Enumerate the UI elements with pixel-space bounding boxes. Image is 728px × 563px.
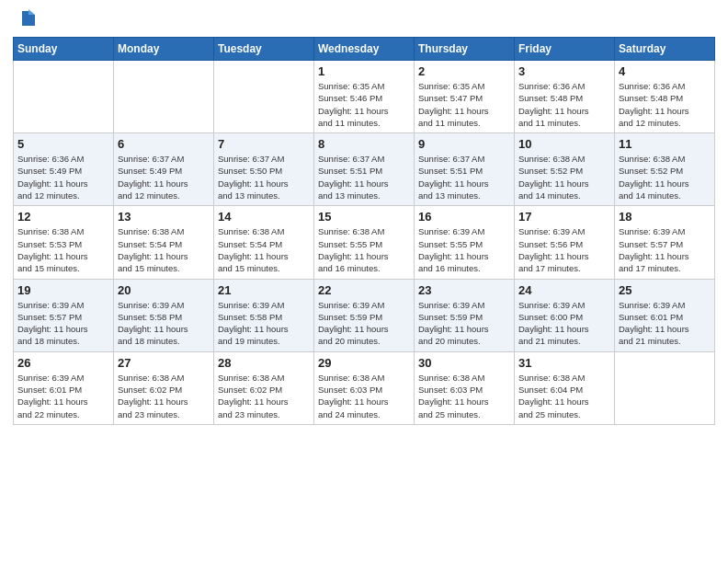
day-number: 24 [518, 283, 610, 297]
day-number: 22 [318, 283, 410, 297]
week-row-4: 26Sunrise: 6:39 AMSunset: 6:01 PMDayligh… [14, 351, 715, 424]
calendar-cell: 2Sunrise: 6:35 AMSunset: 5:47 PMDaylight… [415, 61, 515, 133]
day-info: Sunrise: 6:37 AMSunset: 5:49 PMDaylight:… [118, 153, 210, 201]
header-cell-saturday: Saturday [615, 38, 715, 61]
logo [13, 9, 39, 29]
calendar-cell: 24Sunrise: 6:39 AMSunset: 6:00 PMDayligh… [515, 279, 615, 351]
calendar-body: 1Sunrise: 6:35 AMSunset: 5:46 PMDaylight… [14, 61, 715, 425]
day-info: Sunrise: 6:38 AMSunset: 6:02 PMDaylight:… [218, 372, 310, 420]
header-cell-tuesday: Tuesday [214, 38, 314, 61]
calendar-cell: 5Sunrise: 6:36 AMSunset: 5:49 PMDaylight… [14, 133, 114, 206]
day-info: Sunrise: 6:38 AMSunset: 6:02 PMDaylight:… [118, 372, 210, 420]
day-info: Sunrise: 6:38 AMSunset: 5:54 PMDaylight:… [118, 225, 210, 274]
calendar-cell: 13Sunrise: 6:38 AMSunset: 5:54 PMDayligh… [114, 206, 214, 279]
day-info: Sunrise: 6:39 AMSunset: 5:57 PMDaylight:… [619, 225, 711, 274]
day-number: 19 [17, 283, 109, 297]
logo-icon [18, 9, 39, 29]
day-info: Sunrise: 6:39 AMSunset: 5:56 PMDaylight:… [518, 225, 610, 274]
calendar-cell: 9Sunrise: 6:37 AMSunset: 5:51 PMDaylight… [415, 133, 515, 206]
calendar-cell: 11Sunrise: 6:38 AMSunset: 5:52 PMDayligh… [615, 133, 715, 206]
calendar-cell: 17Sunrise: 6:39 AMSunset: 5:56 PMDayligh… [515, 206, 615, 279]
calendar-cell: 31Sunrise: 6:38 AMSunset: 6:04 PMDayligh… [515, 351, 615, 424]
day-number: 5 [17, 137, 109, 151]
calendar-cell: 27Sunrise: 6:38 AMSunset: 6:02 PMDayligh… [114, 351, 214, 424]
day-info: Sunrise: 6:37 AMSunset: 5:51 PMDaylight:… [318, 153, 410, 201]
calendar-cell: 20Sunrise: 6:39 AMSunset: 5:58 PMDayligh… [114, 279, 214, 351]
calendar-cell [114, 61, 214, 133]
calendar-cell: 1Sunrise: 6:35 AMSunset: 5:46 PMDaylight… [314, 61, 415, 133]
day-info: Sunrise: 6:38 AMSunset: 6:03 PMDaylight:… [318, 372, 410, 420]
day-info: Sunrise: 6:39 AMSunset: 5:59 PMDaylight:… [318, 299, 410, 348]
day-number: 23 [418, 283, 510, 297]
calendar-cell: 15Sunrise: 6:38 AMSunset: 5:55 PMDayligh… [314, 206, 415, 279]
day-number: 2 [418, 64, 510, 78]
day-info: Sunrise: 6:39 AMSunset: 6:00 PMDaylight:… [518, 299, 610, 348]
header-cell-monday: Monday [114, 38, 214, 61]
day-number: 3 [518, 64, 610, 78]
week-row-1: 5Sunrise: 6:36 AMSunset: 5:49 PMDaylight… [14, 133, 715, 206]
day-info: Sunrise: 6:39 AMSunset: 5:58 PMDaylight:… [118, 299, 210, 348]
calendar-cell: 4Sunrise: 6:36 AMSunset: 5:48 PMDaylight… [615, 61, 715, 133]
day-number: 29 [318, 356, 410, 370]
day-number: 7 [218, 137, 310, 151]
header-cell-thursday: Thursday [415, 38, 515, 61]
day-number: 6 [118, 137, 210, 151]
day-number: 11 [619, 137, 711, 151]
day-info: Sunrise: 6:38 AMSunset: 5:53 PMDaylight:… [17, 225, 109, 274]
day-info: Sunrise: 6:36 AMSunset: 5:48 PMDaylight:… [518, 80, 610, 129]
calendar-cell: 22Sunrise: 6:39 AMSunset: 5:59 PMDayligh… [314, 279, 415, 351]
calendar-cell [615, 351, 715, 424]
calendar-cell: 14Sunrise: 6:38 AMSunset: 5:54 PMDayligh… [214, 206, 314, 279]
day-info: Sunrise: 6:39 AMSunset: 6:01 PMDaylight:… [619, 299, 711, 348]
day-info: Sunrise: 6:39 AMSunset: 5:57 PMDaylight:… [17, 299, 109, 348]
day-info: Sunrise: 6:37 AMSunset: 5:51 PMDaylight:… [418, 153, 510, 201]
day-info: Sunrise: 6:38 AMSunset: 5:54 PMDaylight:… [218, 225, 310, 274]
calendar-cell: 16Sunrise: 6:39 AMSunset: 5:55 PMDayligh… [415, 206, 515, 279]
day-number: 15 [318, 210, 410, 224]
day-number: 17 [518, 210, 610, 224]
day-number: 28 [218, 356, 310, 370]
day-number: 12 [17, 210, 109, 224]
day-number: 14 [218, 210, 310, 224]
day-info: Sunrise: 6:39 AMSunset: 5:55 PMDaylight:… [418, 225, 510, 274]
day-number: 21 [218, 283, 310, 297]
day-info: Sunrise: 6:38 AMSunset: 6:03 PMDaylight:… [418, 372, 510, 420]
calendar-cell: 8Sunrise: 6:37 AMSunset: 5:51 PMDaylight… [314, 133, 415, 206]
calendar-cell: 29Sunrise: 6:38 AMSunset: 6:03 PMDayligh… [314, 351, 415, 424]
calendar-cell: 10Sunrise: 6:38 AMSunset: 5:52 PMDayligh… [515, 133, 615, 206]
calendar-cell: 19Sunrise: 6:39 AMSunset: 5:57 PMDayligh… [14, 279, 114, 351]
calendar-header: SundayMondayTuesdayWednesdayThursdayFrid… [14, 38, 715, 61]
calendar-cell: 23Sunrise: 6:39 AMSunset: 5:59 PMDayligh… [415, 279, 515, 351]
day-info: Sunrise: 6:37 AMSunset: 5:50 PMDaylight:… [218, 153, 310, 201]
day-number: 1 [318, 64, 410, 78]
day-number: 8 [318, 137, 410, 151]
calendar-cell: 21Sunrise: 6:39 AMSunset: 5:58 PMDayligh… [214, 279, 314, 351]
day-number: 25 [619, 283, 711, 297]
day-info: Sunrise: 6:36 AMSunset: 5:49 PMDaylight:… [17, 153, 109, 201]
week-row-0: 1Sunrise: 6:35 AMSunset: 5:46 PMDaylight… [14, 61, 715, 133]
day-info: Sunrise: 6:38 AMSunset: 5:52 PMDaylight:… [518, 153, 610, 201]
week-row-2: 12Sunrise: 6:38 AMSunset: 5:53 PMDayligh… [14, 206, 715, 279]
calendar-cell: 18Sunrise: 6:39 AMSunset: 5:57 PMDayligh… [615, 206, 715, 279]
header-cell-friday: Friday [515, 38, 615, 61]
calendar-cell: 6Sunrise: 6:37 AMSunset: 5:49 PMDaylight… [114, 133, 214, 206]
day-number: 27 [118, 356, 210, 370]
day-info: Sunrise: 6:39 AMSunset: 5:58 PMDaylight:… [218, 299, 310, 348]
day-number: 31 [518, 356, 610, 370]
calendar-cell: 3Sunrise: 6:36 AMSunset: 5:48 PMDaylight… [515, 61, 615, 133]
day-number: 18 [619, 210, 711, 224]
svg-marker-1 [28, 9, 35, 15]
calendar-cell [14, 61, 114, 133]
header-row: SundayMondayTuesdayWednesdayThursdayFrid… [14, 38, 715, 61]
day-info: Sunrise: 6:39 AMSunset: 5:59 PMDaylight:… [418, 299, 510, 348]
day-info: Sunrise: 6:36 AMSunset: 5:48 PMDaylight:… [619, 80, 711, 129]
day-number: 26 [17, 356, 109, 370]
day-info: Sunrise: 6:39 AMSunset: 6:01 PMDaylight:… [17, 372, 109, 420]
day-number: 13 [118, 210, 210, 224]
day-info: Sunrise: 6:38 AMSunset: 5:52 PMDaylight:… [619, 153, 711, 201]
page: SundayMondayTuesdayWednesdayThursdayFrid… [0, 0, 728, 563]
calendar-cell: 30Sunrise: 6:38 AMSunset: 6:03 PMDayligh… [415, 351, 515, 424]
day-number: 9 [418, 137, 510, 151]
calendar-table: SundayMondayTuesdayWednesdayThursdayFrid… [13, 37, 715, 425]
day-info: Sunrise: 6:35 AMSunset: 5:47 PMDaylight:… [418, 80, 510, 129]
